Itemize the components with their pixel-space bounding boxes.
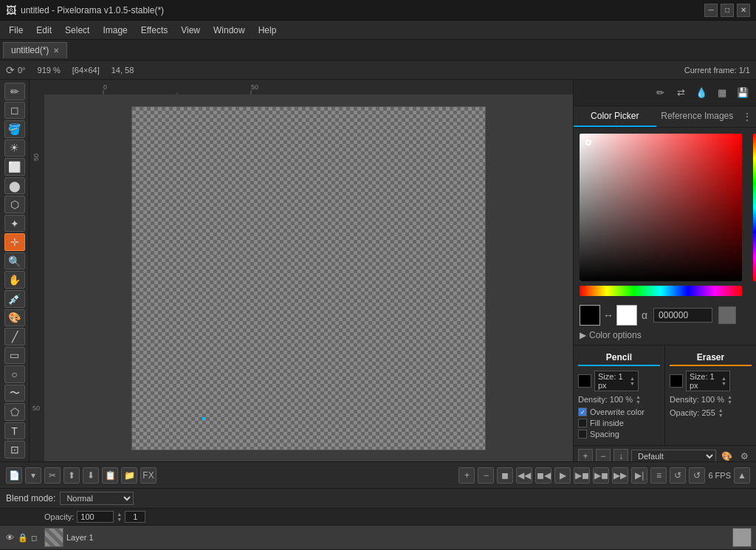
tab-reference-images[interactable]: Reference Images [656,106,739,127]
layer-lock-toggle[interactable]: 🔒 [18,533,28,543]
hue-strip[interactable] [753,134,756,281]
eraser-size-arrows[interactable]: ▲ ▼ [721,376,726,386]
pencil-size-spin[interactable]: Size: 1 px ▲ ▼ [594,371,639,391]
swap-colors-button[interactable]: ↔ [603,309,614,321]
titlebar-controls[interactable]: ─ □ ✕ [704,4,750,17]
document-tab[interactable]: untitled(*) ✕ [3,42,67,58]
frame-back-button[interactable]: ◼◀ [535,467,551,484]
frame-input[interactable] [125,511,145,523]
menu-item-select[interactable]: Select [59,24,95,37]
tool-crop[interactable]: ⊡ [4,441,25,458]
menu-item-effects[interactable]: Effects [135,24,173,37]
pencil-size-down[interactable]: ▼ [630,381,635,386]
menu-item-image[interactable]: Image [97,24,133,37]
opacity-input[interactable] [77,511,114,523]
color-gradient-picker[interactable] [580,134,742,281]
frame-remove-button[interactable]: − [478,467,494,484]
menu-item-edit[interactable]: Edit [30,24,58,37]
tool-zoom[interactable]: 🔍 [4,252,25,270]
tool-lighten[interactable]: ☀ [4,140,25,157]
layer-row[interactable]: 👁 🔒 ◻ Layer 1 [0,526,756,550]
play-button[interactable]: ▶ [554,467,571,484]
menu-item-help[interactable]: Help [252,24,283,37]
frame-add-button[interactable]: + [458,467,475,484]
panel-icon-swap[interactable]: ⇄ [672,84,690,102]
tool-ellipse[interactable]: ○ [4,365,25,383]
tab-close-button[interactable]: ✕ [53,47,59,55]
layer-visibility-toggle[interactable]: 👁 [4,533,15,542]
spacing-checkbox[interactable] [578,430,587,439]
minimize-button[interactable]: ─ [704,4,718,17]
tool-rect[interactable]: ▭ [4,347,25,365]
fx-button[interactable]: FX [140,467,157,484]
cut-button[interactable]: ✂ [44,467,61,484]
frame-prev-button[interactable]: ◀◀ [516,467,532,484]
list-view-button[interactable]: ≡ [650,467,667,484]
frame-clone-button[interactable]: ◼ [497,467,513,484]
frame-forward-button[interactable]: ▶◼ [593,467,609,484]
eraser-size-spin[interactable]: Size: 1 px ▲ ▼ [686,371,730,391]
canvas[interactable] [131,106,486,450]
tool-polygon[interactable]: ⬠ [4,403,25,421]
loop-button[interactable]: ↺ [670,467,686,484]
alpha-swatch[interactable] [718,306,736,324]
palette-remove-button[interactable]: − [596,449,611,461]
tool-line[interactable]: ╱ [4,328,25,346]
tool-magic-wand[interactable]: ✦ [4,215,25,233]
pencil-density-arrows[interactable]: ▲ ▼ [636,394,641,405]
frame-last-button[interactable]: ▶| [631,467,647,484]
foreground-color[interactable] [580,305,600,326]
tool-pencil[interactable]: ✏ [4,83,25,100]
tool-fill[interactable]: 🪣 [4,120,25,138]
fill-inside-checkbox[interactable] [578,419,587,427]
frame-delete-button[interactable]: 📁 [121,467,137,484]
canvas-scroll[interactable] [44,94,573,461]
frame-next-button[interactable]: ▶▶ [612,467,628,484]
tool-select-rect[interactable]: ⬜ [4,158,25,176]
eraser-density-arrows[interactable]: ▲ ▼ [727,394,732,405]
tool-polygon-select[interactable]: ⬡ [4,196,25,213]
eraser-opacity-arrows[interactable]: ▲ ▼ [718,408,724,418]
background-color[interactable] [616,305,637,326]
fps-up-button[interactable]: ▲ [734,467,750,484]
play-scene-button[interactable]: ▶◼ [574,467,590,484]
blend-mode-select[interactable]: Normal [60,492,134,505]
color-options-toggle[interactable]: ▶ Color options [574,329,756,345]
menu-item-view[interactable]: View [175,24,206,37]
maximize-button[interactable]: □ [721,4,734,17]
layer-add-button[interactable]: 📄 [6,467,22,484]
panel-icon-checker[interactable]: ▦ [713,84,731,102]
tab-color-picker[interactable]: Color Picker [574,106,656,127]
pencil-size-arrows[interactable]: ▲ ▼ [630,376,635,386]
hex-color-input[interactable] [653,308,712,323]
menu-item-window[interactable]: Window [207,24,251,37]
frame-copy-button[interactable]: 📋 [102,467,118,484]
tool-move[interactable]: ✛ [4,233,25,251]
layer-clipping-toggle[interactable]: ◻ [31,534,41,542]
panel-icon-pencil[interactable]: ✏ [651,84,669,102]
tool-pan[interactable]: ✋ [4,271,25,289]
palette-down-button[interactable]: ↓ [614,449,628,461]
overwrite-color-checkbox[interactable] [578,408,587,416]
tool-select-ellipse[interactable]: ⬤ [4,177,25,195]
tool-curve[interactable]: 〜 [4,385,25,402]
panel-icon-eyedropper[interactable]: 💧 [693,84,710,102]
menu-item-file[interactable]: File [3,24,29,37]
panel-icon-save[interactable]: 💾 [734,84,752,102]
hue-bar[interactable] [580,286,742,296]
tool-eraser[interactable]: ◻ [4,102,25,120]
palette-paint-button[interactable]: 🎨 [719,449,734,461]
panel-tab-more[interactable]: ⋮ [738,106,756,127]
pencil-size-up[interactable]: ▲ [630,376,635,381]
undo-button[interactable]: ↺ [689,467,705,484]
palette-add-button[interactable]: + [578,449,593,461]
tool-color-picker[interactable]: 💉 [4,290,25,308]
paste-button[interactable]: ⬇ [83,467,99,484]
palette-gear-button[interactable]: ⚙ [737,449,752,461]
tool-shading[interactable]: 🎨 [4,309,25,327]
copy-button[interactable]: ⬆ [63,467,80,484]
tool-text[interactable]: T [4,422,25,440]
opacity-arrows[interactable]: ▲ ▼ [117,512,122,522]
layer-menu-button[interactable]: ▾ [25,467,41,484]
palette-dropdown[interactable]: Default [631,450,716,461]
